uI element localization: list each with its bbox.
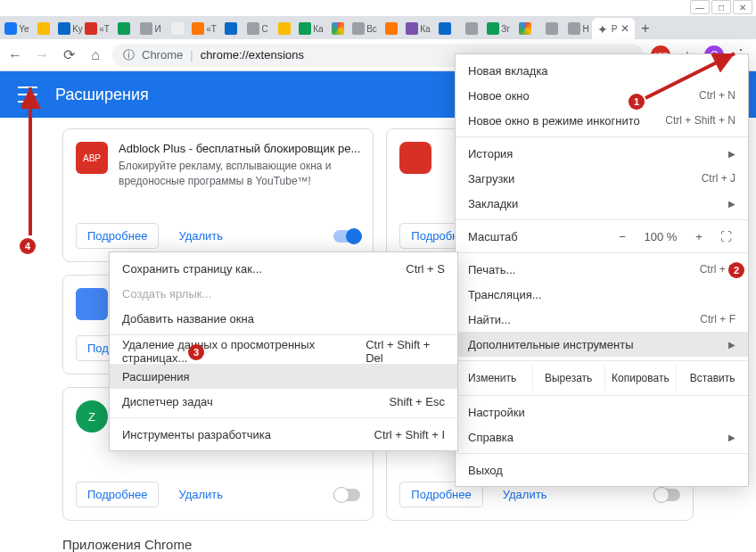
fullscreen-button[interactable]: ⛶ [716, 230, 735, 243]
menu-edit-label: Изменить [456, 365, 532, 391]
window-controls: — □ ✕ [690, 0, 752, 14]
chevron-right-icon: ▶ [728, 433, 735, 442]
window-max[interactable]: □ [711, 0, 731, 14]
page-title: Расширения [55, 86, 149, 104]
annotation-badge-3: 3 [188, 344, 204, 360]
menu-copy[interactable]: Копировать [604, 365, 677, 391]
tab-19[interactable] [512, 18, 538, 39]
window-min[interactable]: — [690, 0, 710, 14]
tab-11[interactable]: Ка [298, 18, 325, 39]
tab-14[interactable] [378, 18, 405, 39]
ext-icon-zenmate: Z [76, 400, 108, 433]
ext-icon-adobe [399, 142, 431, 174]
tab-strip: Ye Ky «Т И «Т С Ка Вс Ка Зг Н ✦ Р ✕ + [0, 16, 756, 39]
menu-settings[interactable]: Настройки [456, 400, 748, 424]
tab-8[interactable] [218, 18, 244, 39]
more-tools-submenu: Сохранить страницу как...Ctrl + S Создат… [109, 251, 458, 451]
menu-cast[interactable]: Трансляция... [456, 282, 748, 307]
site-info-icon[interactable]: ⓘ [123, 47, 135, 63]
tab-active-extensions[interactable]: ✦ Р ✕ [592, 18, 635, 39]
menu-zoom: Масштаб − 100 % + ⛶ [456, 224, 748, 249]
puzzle-icon: ✦ [597, 22, 610, 35]
close-tab-icon[interactable]: ✕ [620, 22, 629, 35]
tab-1[interactable] [30, 18, 57, 39]
tab-2[interactable]: Ky [57, 18, 84, 39]
tab-5[interactable]: И [137, 18, 164, 39]
tab-4[interactable] [111, 18, 137, 39]
details-button[interactable]: Подробнее [76, 482, 159, 507]
extension-toggle[interactable] [333, 230, 360, 243]
tab-15[interactable]: Ка [405, 18, 431, 39]
ext-icon-docs [76, 288, 108, 320]
menu-history[interactable]: История▶ [456, 141, 748, 166]
menu-incognito[interactable]: Новое окно в режиме инкогнитоCtrl + Shif… [456, 108, 748, 133]
back-button[interactable]: ← [5, 45, 25, 65]
submenu-save-page[interactable]: Сохранить страницу как...Ctrl + S [110, 256, 457, 281]
menu-find[interactable]: Найти...Ctrl + F [456, 307, 748, 332]
annotation-badge-4: 4 [20, 238, 36, 254]
new-tab-button[interactable]: + [635, 18, 656, 39]
menu-more-tools[interactable]: Дополнительные инструменты▶ [456, 332, 748, 357]
details-button[interactable]: Подробнее [76, 223, 159, 249]
menu-paste[interactable]: Вставить [676, 365, 748, 391]
chevron-right-icon: ▶ [728, 340, 735, 350]
tab-12[interactable] [325, 18, 351, 39]
submenu-extensions[interactable]: Расширения [110, 364, 457, 389]
tab-20[interactable] [538, 18, 565, 39]
ext-icon-adblock: ABP [76, 142, 108, 174]
submenu-task-manager[interactable]: Диспетчер задачShift + Esc [110, 389, 457, 414]
menu-print[interactable]: Печать...Ctrl + P [456, 257, 748, 282]
submenu-create-shortcut: Создать ярлык... [110, 281, 457, 306]
tab-6[interactable] [164, 18, 191, 39]
annotation-arrow-1 [642, 48, 749, 102]
menu-edit-row: Изменить Вырезать Копировать Вставить [456, 365, 748, 391]
chevron-right-icon: ▶ [728, 149, 735, 159]
submenu-devtools[interactable]: Инструменты разработчикаCtrl + Shift + I [110, 422, 457, 447]
tab-0[interactable]: Ye [4, 18, 30, 39]
tab-18[interactable]: Зг [485, 18, 512, 39]
tab-13[interactable]: Вс [351, 18, 378, 39]
chrome-main-menu: Новая вкладка Новое окноCtrl + N Новое о… [455, 54, 749, 487]
ext-title: Adblock Plus - бесплатный блокировщик ре… [119, 142, 360, 155]
submenu-name-window[interactable]: Добавить название окна [110, 306, 457, 331]
extension-toggle[interactable] [333, 489, 360, 501]
extension-toggle[interactable] [653, 489, 680, 501]
url-scheme: Chrome [142, 48, 183, 62]
apps-section-title: Приложения Chrome [62, 537, 694, 552]
submenu-clear-data[interactable]: Удаление данных о просмотренных страница… [110, 339, 457, 364]
annotation-badge-1: 1 [629, 94, 645, 110]
menu-downloads[interactable]: ЗагрузкиCtrl + J [456, 166, 748, 191]
menu-help[interactable]: Справка▶ [456, 424, 748, 449]
tab-7[interactable]: «Т [191, 18, 218, 39]
ext-desc: Блокируйте рекламу, всплывающие окна и в… [119, 159, 360, 189]
annotation-arrow-4 [21, 82, 43, 241]
tab-9[interactable]: С [244, 18, 271, 39]
url-path: chrome://extensions [201, 48, 304, 62]
window-close[interactable]: ✕ [733, 0, 752, 14]
svg-line-0 [645, 54, 735, 98]
zoom-value: 100 % [639, 230, 682, 243]
tab-3[interactable]: «Т [84, 18, 111, 39]
tab-21[interactable]: Н [565, 18, 592, 39]
tab-10[interactable] [271, 18, 298, 39]
annotation-badge-2: 2 [728, 262, 744, 278]
zoom-out-button[interactable]: − [612, 230, 632, 243]
forward-button[interactable]: → [32, 45, 52, 65]
zoom-in-button[interactable]: + [689, 230, 709, 243]
home-button[interactable]: ⌂ [86, 45, 105, 65]
tab-16[interactable] [431, 18, 458, 39]
tab-17[interactable] [458, 18, 485, 39]
remove-button[interactable]: Удалить [168, 482, 234, 507]
menu-cut[interactable]: Вырезать [532, 365, 604, 391]
chevron-right-icon: ▶ [728, 199, 735, 209]
extension-card: ABP Adblock Plus - бесплатный блокировщи… [62, 128, 374, 262]
reload-button[interactable]: ⟳ [59, 45, 78, 65]
remove-button[interactable]: Удалить [168, 224, 234, 248]
menu-bookmarks[interactable]: Закладки▶ [456, 191, 748, 216]
menu-exit[interactable]: Выход [456, 457, 748, 482]
